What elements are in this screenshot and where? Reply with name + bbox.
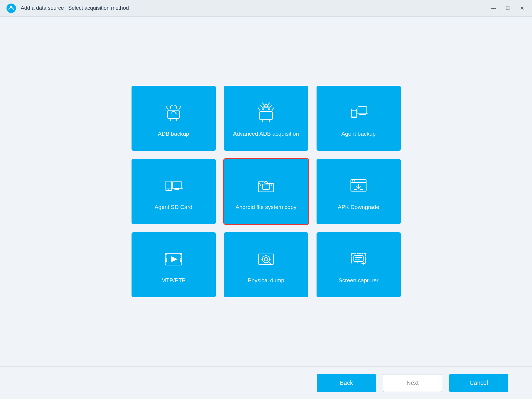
acquisition-method-grid: ADB backup	[132, 86, 401, 297]
svg-rect-41	[165, 259, 167, 261]
svg-marker-47	[171, 256, 178, 262]
svg-point-50	[264, 257, 268, 261]
svg-line-11	[262, 103, 264, 104]
svg-line-10	[270, 106, 272, 106]
titlebar: Add a data source | Select acquisition m…	[0, 0, 532, 17]
svg-rect-39	[165, 254, 167, 256]
svg-point-6	[262, 108, 264, 110]
svg-line-12	[260, 106, 262, 106]
svg-rect-25	[172, 182, 182, 188]
tile-mtp-ptp[interactable]: MTP/PTP	[132, 232, 216, 297]
tile-screen-capturer[interactable]: Screen capturer	[317, 232, 401, 297]
tile-agent-sd-card[interactable]: Agent SD Card	[132, 159, 216, 224]
svg-rect-28	[262, 184, 270, 189]
agent-sd-icon	[160, 172, 187, 199]
main-content: ADB backup	[0, 17, 532, 366]
svg-point-4	[176, 107, 177, 109]
svg-point-24	[168, 189, 169, 190]
tile-advanced-adb[interactable]: Advanced ADB acquisition	[224, 86, 308, 151]
screen-capturer-icon	[345, 245, 372, 272]
tile-physical-dump-label: Physical dump	[248, 277, 284, 284]
window-controls: — □ ✕	[489, 4, 526, 12]
tile-android-file-system[interactable]: Android file system copy	[224, 159, 308, 224]
tile-agent-sd-card-label: Agent SD Card	[155, 203, 192, 211]
physical-dump-icon	[253, 245, 279, 272]
tile-agent-backup-label: Agent backup	[341, 130, 376, 138]
tile-adb-backup-label: ADB backup	[158, 130, 189, 138]
tile-apk-downgrade[interactable]: APK Downgrade	[317, 159, 401, 224]
cancel-button[interactable]: Cancel	[449, 374, 508, 392]
svg-point-3	[170, 107, 171, 109]
advanced-adb-icon	[253, 99, 279, 125]
tile-apk-downgrade-label: APK Downgrade	[338, 203, 379, 211]
back-button[interactable]: Back	[317, 374, 376, 392]
tile-agent-backup[interactable]: Agent backup	[317, 86, 401, 151]
svg-rect-46	[180, 262, 182, 263]
svg-rect-40	[165, 257, 167, 258]
svg-point-34	[354, 180, 355, 181]
svg-point-20	[354, 117, 355, 118]
svg-point-7	[268, 108, 270, 110]
svg-rect-45	[180, 259, 182, 261]
maximize-button[interactable]: □	[504, 4, 512, 12]
apk-downgrade-icon	[345, 172, 372, 199]
agent-backup-icon	[345, 99, 372, 125]
tile-physical-dump[interactable]: Physical dump	[224, 232, 308, 297]
next-button[interactable]: Next	[383, 374, 442, 392]
mtp-ptp-icon	[160, 245, 187, 272]
svg-line-9	[268, 103, 270, 104]
svg-point-33	[352, 180, 353, 181]
window-title: Add a data source | Select acquisition m…	[21, 5, 489, 11]
tile-mtp-ptp-label: MTP/PTP	[161, 277, 186, 284]
app-logo	[6, 3, 17, 14]
footer: Back Next Cancel	[0, 366, 532, 399]
tile-adb-backup[interactable]: ADB backup	[132, 86, 216, 151]
svg-rect-57	[354, 256, 363, 262]
svg-point-1	[10, 6, 12, 7]
svg-rect-42	[165, 262, 167, 263]
tile-android-file-system-label: Android file system copy	[236, 203, 296, 211]
close-button[interactable]: ✕	[518, 4, 526, 12]
svg-point-0	[7, 4, 16, 13]
svg-rect-14	[358, 107, 367, 114]
svg-rect-27	[175, 189, 179, 189]
svg-line-55	[269, 262, 271, 264]
svg-rect-16	[359, 114, 366, 115]
adb-backup-icon	[160, 99, 187, 125]
tile-advanced-adb-label: Advanced ADB acquisition	[233, 130, 299, 138]
svg-rect-21	[166, 181, 172, 191]
minimize-button[interactable]: —	[489, 4, 498, 12]
tile-screen-capturer-label: Screen capturer	[338, 277, 378, 284]
svg-rect-44	[180, 257, 182, 258]
android-file-icon	[253, 172, 279, 199]
svg-rect-43	[180, 254, 182, 256]
svg-rect-5	[259, 111, 273, 120]
